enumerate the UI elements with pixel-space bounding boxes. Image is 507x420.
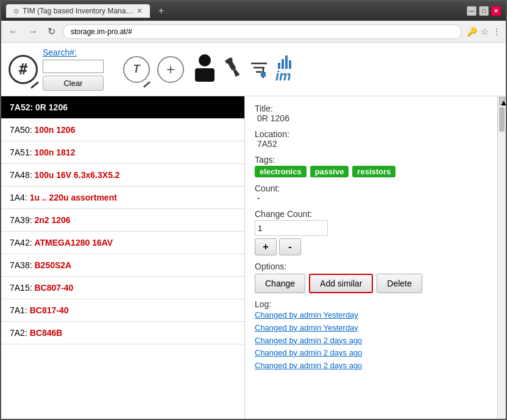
- log-entry[interactable]: Changed by admin 2 days ago: [255, 335, 488, 347]
- tag[interactable]: electronics: [255, 166, 307, 177]
- add-similar-button[interactable]: Add similar: [309, 274, 373, 293]
- tags-field: Tags: electronicspassiveresistors: [255, 155, 488, 177]
- list-item[interactable]: 1A4: 1u .. 220u assortment: [1, 187, 244, 209]
- log-entry[interactable]: Changed by admin Yesterday: [255, 309, 488, 322]
- list-item[interactable]: 7A39: 2n2 1206: [1, 209, 244, 232]
- clear-button[interactable]: Clear: [43, 76, 104, 91]
- search-label-input: Search#: Clear: [43, 48, 104, 91]
- close-button[interactable]: ✕: [491, 6, 501, 16]
- list-item[interactable]: 7A48: 100u 16V 6.3x6.3X5.2: [1, 164, 244, 187]
- search-section: # Search#: Clear: [9, 48, 104, 91]
- search-label[interactable]: Search#:: [43, 48, 104, 57]
- change-count-label: Change Count:: [255, 209, 488, 219]
- title-bar: ⊙ TIM (Tag based Inventory Mana… ✕ + — □…: [1, 1, 506, 21]
- add-item-icon[interactable]: +: [157, 56, 184, 83]
- log-entry[interactable]: Changed by admin 2 days ago: [255, 360, 488, 372]
- options-field: Options: Change Add similar Delete: [255, 262, 488, 293]
- browser-tab[interactable]: ⊙ TIM (Tag based Inventory Mana… ✕: [6, 4, 150, 18]
- tags-row: electronicspassiveresistors: [255, 166, 488, 177]
- detail-scroll-wrap: Title: 0R 1206 Location: 7A52 Tags: elec…: [245, 96, 506, 419]
- list-item[interactable]: 7A50: 100n 1206: [1, 119, 244, 141]
- change-button[interactable]: Change: [255, 274, 305, 293]
- list-item[interactable]: 7A15: BC807-40: [1, 277, 244, 299]
- scroll-thumb[interactable]: [499, 107, 505, 132]
- list-item[interactable]: 7A52: 0R 1206: [1, 96, 244, 119]
- delete-button[interactable]: Delete: [377, 274, 422, 293]
- back-button[interactable]: ←: [6, 25, 21, 38]
- menu-icon[interactable]: ⋮: [492, 27, 501, 37]
- url-input[interactable]: [63, 24, 462, 39]
- detail-panel: Title: 0R 1206 Location: 7A52 Tags: elec…: [245, 96, 497, 419]
- count-label: Count:: [255, 183, 488, 193]
- search-input[interactable]: [43, 60, 104, 73]
- tag-search-icon[interactable]: T: [123, 56, 150, 83]
- tab-close-icon[interactable]: ✕: [136, 7, 143, 15]
- increment-button[interactable]: +: [255, 238, 277, 255]
- list-item[interactable]: 7A42: ATMEGA1280 16AV: [1, 232, 244, 254]
- maximize-button[interactable]: □: [479, 6, 489, 16]
- item-list: 7A52: 0R 12067A50: 100n 12067A51: 100n 1…: [1, 96, 245, 419]
- star-icon[interactable]: ☆: [481, 27, 489, 37]
- location-field: Location: 7A52: [255, 129, 488, 149]
- options-label: Options:: [255, 262, 488, 271]
- tools-icon[interactable]: [221, 55, 247, 84]
- tag[interactable]: resistors: [352, 166, 395, 177]
- svg-rect-1: [195, 68, 214, 82]
- logo-section: im: [275, 55, 291, 83]
- title-value: 0R 1206: [255, 113, 488, 123]
- svg-rect-9: [261, 72, 266, 77]
- nav-bar: ← → ↻ 🔑 ☆ ⋮: [1, 21, 506, 43]
- search-hash-icon: #: [9, 55, 38, 84]
- log-section: Log: Changed by admin YesterdayChanged b…: [255, 299, 488, 372]
- svg-point-0: [199, 54, 211, 66]
- scrollbar-track[interactable]: ▲: [497, 96, 506, 419]
- title-field: Title: 0R 1206: [255, 104, 488, 123]
- list-item[interactable]: 7A1: BC817-40: [1, 299, 244, 322]
- minimize-button[interactable]: —: [467, 6, 477, 16]
- scroll-up-arrow[interactable]: ▲: [499, 97, 505, 105]
- main-split: 7A52: 0R 12067A50: 100n 12067A51: 100n 1…: [1, 96, 506, 419]
- nav-icons: 🔑 ☆ ⋮: [467, 27, 501, 37]
- log-entry[interactable]: Changed by admin 2 days ago: [255, 347, 488, 360]
- app-content: # Search#: Clear T +: [1, 43, 506, 419]
- tag[interactable]: passive: [310, 166, 349, 177]
- log-entries: Changed by admin YesterdayChanged by adm…: [255, 309, 488, 372]
- forward-button[interactable]: →: [26, 25, 40, 38]
- decrement-button[interactable]: -: [279, 238, 301, 255]
- options-row: Change Add similar Delete: [255, 274, 488, 293]
- browser-window: ⊙ TIM (Tag based Inventory Mana… ✕ + — □…: [0, 0, 507, 420]
- refresh-button[interactable]: ↻: [45, 24, 58, 38]
- count-buttons: + -: [255, 238, 488, 255]
- toolbar-icons: T +: [123, 52, 291, 86]
- tags-label: Tags:: [255, 155, 488, 165]
- log-label: Log:: [255, 299, 488, 309]
- key-icon: 🔑: [467, 27, 477, 37]
- count-value: -: [255, 193, 488, 203]
- app-toolbar: # Search#: Clear T +: [1, 43, 506, 96]
- list-item[interactable]: 7A2: BC846B: [1, 322, 244, 344]
- location-label: Location:: [255, 129, 488, 139]
- change-count-input[interactable]: [255, 220, 328, 236]
- new-tab-button[interactable]: +: [154, 4, 168, 18]
- title-label: Title:: [255, 104, 488, 113]
- window-controls: — □ ✕: [467, 6, 501, 16]
- filter-icon[interactable]: [250, 60, 268, 79]
- person-icon[interactable]: [191, 52, 218, 86]
- log-entry[interactable]: Changed by admin Yesterday: [255, 322, 488, 335]
- list-item[interactable]: 7A51: 100n 1812: [1, 141, 244, 164]
- tab-title: TIM (Tag based Inventory Mana…: [23, 7, 133, 15]
- location-value: 7A52: [255, 139, 488, 149]
- list-item[interactable]: 7A38: B250S2A: [1, 254, 244, 277]
- count-field: Count: -: [255, 183, 488, 203]
- change-count-field: Change Count: + -: [255, 209, 488, 255]
